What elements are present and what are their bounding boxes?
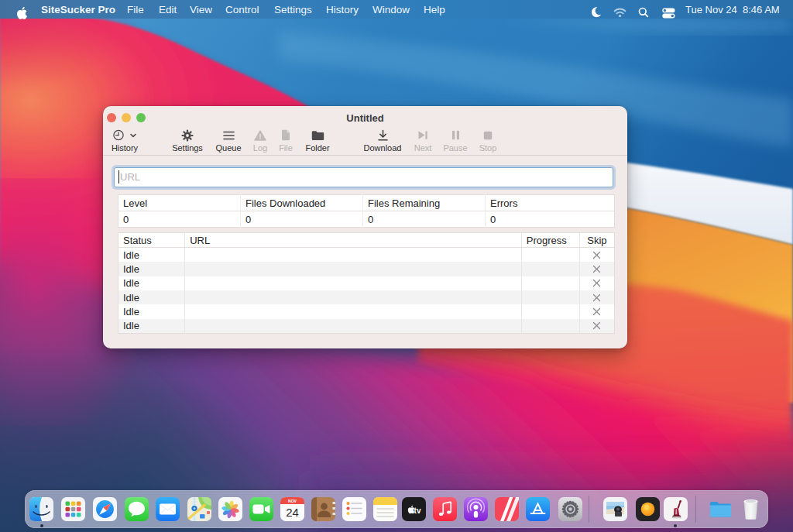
svg-text:NOV: NOV: [288, 499, 297, 503]
svg-text:24: 24: [286, 506, 299, 519]
svg-text:tv: tv: [414, 506, 421, 515]
